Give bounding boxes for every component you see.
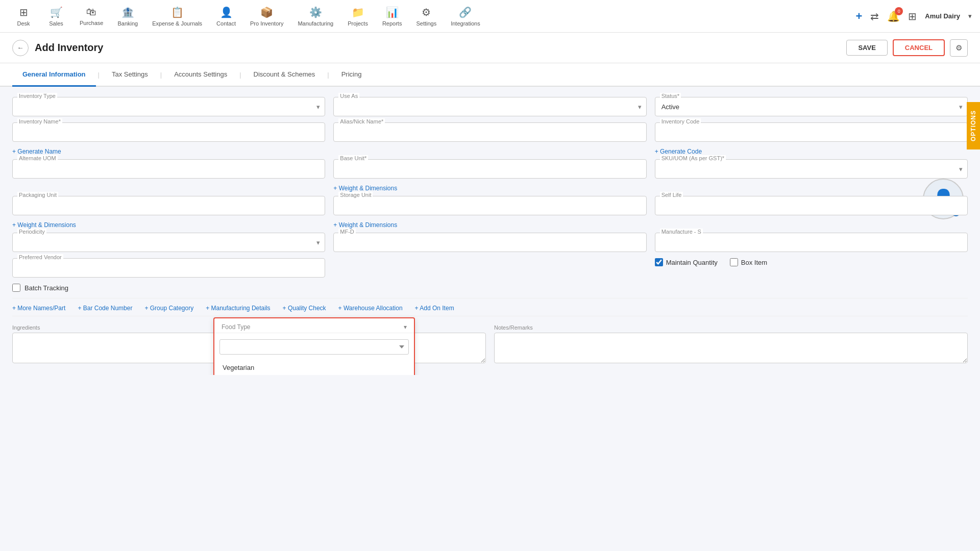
notification-icon[interactable]: 🔔 0 — [887, 10, 900, 22]
settings-gear-button[interactable]: ⚙ — [950, 39, 968, 57]
nav-projects[interactable]: 📁 Projects — [341, 2, 374, 31]
manufacture-s-input[interactable] — [655, 233, 968, 252]
generate-name-link[interactable]: + Generate Name — [12, 148, 61, 155]
cancel-button[interactable]: CANCEL — [893, 39, 945, 56]
maintain-quantity-label: Maintain Quantity — [666, 259, 718, 266]
storage-unit-input[interactable] — [333, 196, 646, 215]
manufacturing-details-link[interactable]: + Manufacturing Details — [206, 305, 270, 312]
food-type-chevron-icon: ▾ — [404, 323, 407, 331]
alternate-uom-col: Alternate UOM — [12, 159, 325, 179]
preferred-vendor-input[interactable] — [12, 258, 325, 278]
base-unit-input[interactable] — [333, 159, 646, 179]
notes-remarks-textarea[interactable] — [494, 333, 968, 363]
banking-icon: 🏦 — [121, 6, 134, 18]
sku-col: SKU/UOM (As per GST)* ▾ — [655, 159, 968, 179]
storage-unit-col: Storage Unit — [333, 196, 646, 215]
nav-manufacturing[interactable]: ⚙️ Manufacturing — [291, 2, 339, 31]
row-packaging: Packaging Unit Storage Unit Self Life — [12, 196, 968, 215]
nav-integrations[interactable]: 🔗 Integrations — [445, 2, 486, 31]
box-item-checkbox[interactable] — [730, 258, 738, 266]
sku-label: SKU/UOM (As per GST)* — [660, 155, 726, 161]
periodicity-col: Periodicity ▾ — [12, 233, 325, 252]
tab-general-information[interactable]: General Information — [12, 63, 96, 87]
inventory-name-input[interactable] — [12, 122, 325, 142]
inventory-code-label: Inventory Code — [660, 118, 701, 124]
batch-tracking-checkbox[interactable] — [12, 284, 20, 292]
page-title: Add Inventory — [35, 42, 103, 54]
nav-manufacturing-label: Manufacturing — [298, 20, 333, 27]
grid-icon[interactable]: ⊞ — [908, 10, 917, 22]
barcode-link[interactable]: + Bar Code Number — [78, 305, 132, 312]
options-sidebar[interactable]: OPTIONS — [967, 102, 980, 149]
nav-settings-label: Settings — [416, 20, 436, 27]
tab-divider-1: | — [98, 71, 100, 79]
status-label: Status* — [660, 93, 681, 99]
packaging-unit-input[interactable] — [12, 196, 325, 215]
nav-reports[interactable]: 📊 Reports — [376, 2, 408, 31]
user-menu[interactable]: Amul Dairy — [925, 12, 960, 20]
sku-select[interactable] — [655, 159, 968, 179]
nav-items: ⊞ Desk 🛒 Sales 🛍 Purchase 🏦 Banking 📋 Ex… — [8, 2, 856, 31]
inventory-type-select[interactable] — [12, 97, 325, 116]
weight-dimensions-col-left: + Weight & Dimensions — [12, 219, 325, 229]
nav-expense[interactable]: 📋 Expense & Journals — [146, 2, 208, 31]
manufacture-s-label: Manufacture - S — [660, 229, 703, 235]
inventory-code-input[interactable] — [655, 122, 968, 142]
alternate-uom-label: Alternate UOM — [17, 155, 58, 161]
projects-icon: 📁 — [352, 6, 364, 18]
nav-purchase[interactable]: 🛍 Purchase — [74, 2, 109, 30]
quality-check-link[interactable]: + Quality Check — [283, 305, 326, 312]
header-left: ← Add Inventory — [12, 40, 103, 56]
top-navigation: ⊞ Desk 🛒 Sales 🛍 Purchase 🏦 Banking 📋 Ex… — [0, 0, 980, 33]
periodicity-select[interactable] — [12, 233, 325, 252]
tab-accounts-settings[interactable]: Accounts Settings — [164, 63, 237, 87]
food-type-title: Food Type — [222, 323, 250, 331]
nav-desk[interactable]: ⊞ Desk — [8, 2, 39, 31]
batch-tracking-row: Batch Tracking — [12, 284, 968, 292]
status-select[interactable]: Active Inactive — [655, 97, 968, 116]
alias-input[interactable] — [333, 122, 646, 142]
alternate-uom-input[interactable] — [12, 159, 325, 179]
maintain-quantity-checkbox[interactable] — [655, 258, 663, 266]
food-type-option-vegetarian[interactable]: Vegetarian — [214, 359, 414, 375]
generate-code-link[interactable]: + Generate Code — [655, 148, 702, 155]
food-type-select[interactable]: Vegetarian Non-Vegetarian Eggetarian — [219, 339, 409, 355]
nav-proinventory[interactable]: 📦 Pro Inventory — [244, 2, 289, 31]
batch-tracking-label: Batch Tracking — [24, 284, 68, 292]
transfer-icon[interactable]: ⇄ — [870, 10, 879, 22]
nav-banking[interactable]: 🏦 Banking — [111, 2, 144, 31]
notes-remarks-label: Notes/Remarks — [494, 324, 968, 331]
user-chevron-icon[interactable]: ▾ — [968, 12, 972, 20]
save-button[interactable]: SAVE — [846, 40, 887, 56]
contact-icon: 👤 — [220, 6, 233, 18]
add-on-item-link[interactable]: + Add On Item — [415, 305, 454, 312]
purchase-icon: 🛍 — [86, 6, 96, 18]
back-button[interactable]: ← — [12, 40, 29, 56]
weight-dimensions-link-left[interactable]: + Weight & Dimensions — [12, 221, 76, 229]
food-type-options-list: Vegetarian Non-Vegetarian Eggetarian — [214, 357, 414, 375]
nav-projects-label: Projects — [348, 20, 368, 27]
mfd-input[interactable] — [333, 233, 646, 252]
nav-contact-label: Contact — [216, 20, 236, 27]
proinventory-icon: 📦 — [260, 6, 273, 18]
nav-sales[interactable]: 🛒 Sales — [41, 2, 71, 31]
add-icon[interactable]: + — [856, 10, 863, 23]
tab-pricing[interactable]: Pricing — [331, 63, 372, 87]
nav-settings[interactable]: ⚙ Settings — [410, 2, 443, 31]
row-inventory-type: Inventory Type ▾ Use As ▾ Status* Active… — [12, 97, 968, 116]
maintain-quantity-item: Maintain Quantity — [655, 258, 718, 266]
more-names-link[interactable]: + More Names/Part — [12, 305, 65, 312]
weight-dimensions-link-1[interactable]: + Weight & Dimensions — [333, 185, 397, 192]
self-life-input[interactable] — [655, 196, 968, 215]
tab-tax-settings[interactable]: Tax Settings — [102, 63, 158, 87]
bottom-links-row: + More Names/Part + Bar Code Number + Gr… — [12, 298, 968, 316]
maintain-qty-col: Maintain Quantity Box Item — [655, 258, 968, 266]
group-category-link[interactable]: + Group Category — [144, 305, 193, 312]
warehouse-allocation-link[interactable]: + Warehouse Allocation — [338, 305, 403, 312]
nav-banking-label: Banking — [117, 20, 138, 27]
use-as-select[interactable] — [333, 97, 646, 116]
weight-dimensions-link-mid[interactable]: + Weight & Dimensions — [333, 221, 397, 229]
nav-contact[interactable]: 👤 Contact — [210, 2, 242, 31]
row-vendor: Preferred Vendor Maintain Quantity Box I… — [12, 258, 968, 278]
tab-discount-schemes[interactable]: Discount & Schemes — [243, 63, 326, 87]
